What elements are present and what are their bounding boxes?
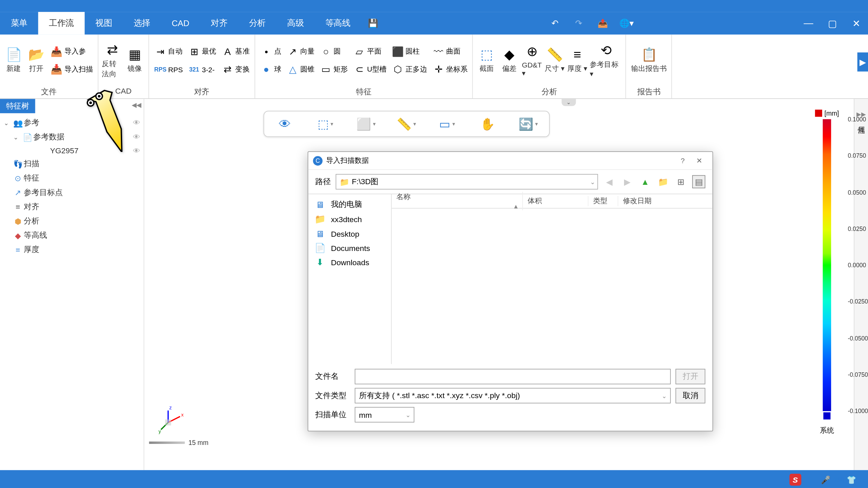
redo-icon[interactable]: ↷ (567, 12, 591, 35)
view-detail-button[interactable]: ▤ (692, 175, 705, 189)
import-scan-button[interactable]: 📥导入扫描 (48, 60, 96, 78)
tree-item-0[interactable]: ⌄👥参考👁 (0, 116, 144, 130)
tab-align[interactable]: 对齐 (200, 12, 238, 35)
visibility-icon[interactable]: 👁 (133, 146, 140, 155)
view-rotate-button[interactable]: 🔄▾ (513, 115, 543, 133)
ime-skin-icon[interactable]: 👕 (847, 475, 856, 484)
cancel-button[interactable]: 取消 (676, 388, 705, 404)
report-button[interactable]: 📋输出报告书 (629, 45, 669, 76)
undo-icon[interactable]: ↶ (543, 12, 567, 35)
tree-item-1[interactable]: ⌄📄参考数据👁 (0, 130, 144, 144)
new-button[interactable]: 📄新建 (2, 45, 25, 76)
maximize-button[interactable]: ▢ (820, 12, 844, 35)
rps-button[interactable]: RPSRPS (151, 60, 185, 78)
auto-align-button[interactable]: ⇥自动 (151, 43, 185, 61)
col-name[interactable]: 名称 ▴ (392, 192, 523, 210)
transform-button[interactable]: ⇄变换 (219, 60, 252, 78)
minimize-button[interactable]: — (796, 12, 820, 35)
ime-tools-icon[interactable]: ⚙ (858, 475, 866, 484)
filename-input[interactable] (355, 369, 671, 385)
dimension-button[interactable]: 📏尺寸 ▾ (543, 45, 566, 76)
export-icon[interactable]: 📤 (591, 12, 615, 35)
tree-item-9[interactable]: ≡厚度 (0, 242, 144, 257)
dialog-close-button[interactable]: ✕ (691, 156, 707, 165)
nav-up-button[interactable]: ▲ (639, 175, 652, 189)
ime-keyboard-icon[interactable]: ⌨ (833, 475, 844, 484)
ime-sogou-icon[interactable]: S (789, 474, 801, 486)
nav-newfolder-button[interactable]: 📁 (656, 175, 669, 189)
col-size[interactable]: 体积 (523, 196, 588, 206)
feature-rect-button[interactable]: ▭矩形 (317, 60, 350, 78)
feature-surface-button[interactable]: 〰曲面 (430, 43, 470, 61)
feature-point-button[interactable]: •点 (257, 43, 283, 61)
view-hand-button[interactable]: ✋ (473, 115, 503, 133)
col-date[interactable]: 修改日期 (618, 196, 713, 206)
nav-xx3dtech[interactable]: 📁xx3dtech (308, 212, 391, 226)
floating-toolbar-chevron[interactable]: ⌄ (562, 99, 576, 106)
tree-item-2[interactable]: YG2957👁 (0, 144, 144, 157)
nav-downloads[interactable]: ⬇Downloads (308, 255, 391, 269)
mirror-button[interactable]: ▦镜像 (124, 45, 146, 76)
feature-plane-button[interactable]: ▱平面 (351, 43, 389, 61)
tree-item-3[interactable]: 👣扫描 (0, 157, 144, 171)
feature-polygon-button[interactable]: ⬡正多边 (389, 60, 429, 78)
visibility-icon[interactable]: 👁 (133, 133, 140, 141)
tab-analyze[interactable]: 分析 (238, 12, 276, 35)
close-button[interactable]: ✕ (844, 12, 868, 35)
nav-documents[interactable]: 📄Documents (308, 241, 391, 255)
open-file-button[interactable]: 打开 (676, 369, 705, 385)
col-type[interactable]: 类型 (588, 196, 618, 206)
nav-desktop[interactable]: 🖥Desktop (308, 227, 391, 241)
feature-cone-button[interactable]: △圆锥 (284, 60, 317, 78)
tree-item-7[interactable]: ⬢分析 (0, 214, 144, 228)
nav-mycomputer[interactable]: 🖥我的电脑 (308, 197, 391, 212)
tab-menu[interactable]: 菜单 (0, 12, 38, 35)
tree-item-5[interactable]: ↗参考目标点 (0, 185, 144, 199)
file-list[interactable]: 名称 ▴ 体积 类型 修改日期 (392, 194, 712, 364)
ime-punct-icon[interactable]: •, (814, 475, 818, 484)
ime-mic-icon[interactable]: 🎤 (821, 475, 830, 484)
bestfit-button[interactable]: ⊞最优 (185, 43, 219, 61)
datum-button[interactable]: A基准 (219, 43, 252, 61)
thickness-button[interactable]: ≡厚度 ▾ (566, 45, 589, 76)
open-button[interactable]: 📂打开 (25, 45, 48, 76)
filetype-select[interactable]: 所有支持 ( *.stl *.asc *.txt *.xyz *.csv *.p… (355, 388, 671, 404)
visibility-icon[interactable]: 👁 (133, 119, 140, 127)
tree-item-8[interactable]: ◆等高线 (0, 228, 144, 242)
import-ref-button[interactable]: 📥导入参 (48, 43, 96, 61)
view-cube-button[interactable]: ⬚▾ (310, 115, 340, 133)
321-button[interactable]: 3213-2- (185, 60, 219, 78)
feature-cylinder-button[interactable]: ⬛圆柱 (389, 43, 429, 61)
tree-item-6[interactable]: ≡对齐 (0, 200, 144, 214)
tab-cad[interactable]: CAD (161, 12, 200, 35)
unit-select[interactable]: mm⌄ (355, 407, 414, 423)
view-measure-button[interactable]: 📏▾ (392, 115, 421, 133)
ribbon-scroll-right[interactable]: ▶ (857, 53, 868, 72)
gdt-button[interactable]: ⊕GD&T ▾ (521, 41, 543, 79)
view-eye-button[interactable]: 👁 (270, 115, 300, 133)
feature-circle-button[interactable]: ○圆 (317, 43, 350, 61)
feature-vector-button[interactable]: ↗向量 (284, 43, 317, 61)
tab-select[interactable]: 选择 (123, 12, 161, 35)
nav-fwd-button[interactable]: ▶ (621, 175, 634, 189)
view-box-button[interactable]: ⬜▾ (351, 115, 381, 133)
tree-item-4[interactable]: ⊙特征 (0, 171, 144, 185)
path-input[interactable]: 📁 F:\3D图 ⌄ (336, 174, 598, 190)
tab-workflow[interactable]: 工作流 (38, 12, 84, 35)
tab-view[interactable]: 视图 (84, 12, 122, 35)
ref-target-button[interactable]: ⟲参考目标 ▾ (589, 40, 623, 80)
feature-uslot-button[interactable]: ⊂U型槽 (351, 60, 389, 78)
dialog-help-button[interactable]: ? (674, 156, 691, 165)
sidebar-tab-tree[interactable]: 特征树 (0, 99, 35, 113)
feature-sphere-button[interactable]: ●球 (257, 60, 283, 78)
deviation-button[interactable]: ◆偏差 (498, 45, 521, 76)
nav-back-button[interactable]: ◀ (603, 175, 616, 189)
feature-coord-button[interactable]: ✛坐标系 (430, 60, 470, 78)
tab-advanced[interactable]: 高级 (276, 12, 314, 35)
flip-normals-button[interactable]: ⇄反转法向 (101, 40, 124, 81)
view-select-button[interactable]: ▭▾ (432, 115, 462, 133)
section-button[interactable]: ⬚截面 (475, 45, 498, 76)
help-icon[interactable]: 🌐▾ (615, 12, 638, 35)
tab-contour[interactable]: 等高线 (315, 12, 361, 35)
ime-lang[interactable]: 中 (804, 474, 811, 485)
